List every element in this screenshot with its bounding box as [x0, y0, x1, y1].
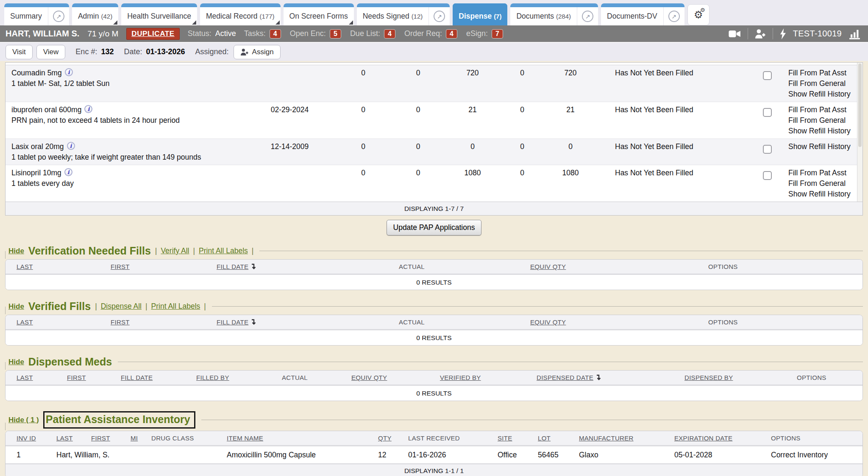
column-header-first[interactable]: FIRST	[64, 374, 117, 381]
print-all-labels-link[interactable]: Print All Labels	[151, 302, 200, 311]
show-refill-history-link[interactable]: Show Refill History	[788, 141, 862, 152]
fill-from-pat-asst-link[interactable]: Fill From Pat Asst	[788, 168, 862, 178]
tab-summary[interactable]: Summary↗	[4, 3, 69, 25]
lightning-icon[interactable]	[779, 28, 787, 39]
medication-name: ibuprofen oral 600mg	[11, 105, 81, 114]
info-icon[interactable]: i	[65, 68, 73, 76]
section-rule	[201, 420, 863, 420]
show-refill-history-link[interactable]: Show Refill History	[788, 89, 862, 100]
medication-table-scrollbar[interactable]	[857, 63, 862, 202]
row-checkbox[interactable]	[763, 145, 772, 154]
column-header-manufacturer[interactable]: MANUFACTURER	[576, 434, 671, 442]
tab-health-surveillance[interactable]: Health Surveillance	[121, 3, 197, 25]
counter-badge[interactable]: 4	[384, 29, 395, 39]
section-patient-assistance-inventory: Hide ( 1 ) Patient Assistance Inventory …	[5, 411, 863, 476]
column-header-label: ACTUAL	[282, 374, 308, 381]
enc-number-label: Enc #:	[75, 47, 97, 56]
counter-badge[interactable]: 5	[330, 29, 341, 39]
tab-label: On Screen Forms	[284, 7, 354, 25]
tab-on-screen-forms[interactable]: On Screen Forms	[284, 3, 354, 25]
lot-cell: 56465	[534, 451, 576, 459]
show-refill-history-link[interactable]: Show Refill History	[788, 126, 862, 136]
correct-inventory-link[interactable]: Correct Inventory	[768, 451, 862, 459]
column-header-expiration-date[interactable]: EXPIRATION DATE	[671, 434, 768, 442]
video-camera-icon[interactable]	[728, 29, 741, 39]
tab-accent-strip	[4, 3, 69, 7]
show-refill-history-link[interactable]: Show Refill History	[788, 189, 862, 199]
qty-cell: 0	[390, 165, 446, 202]
column-header-label: EQUIV QTY	[530, 318, 566, 326]
counter-label: Open Enc:	[290, 29, 326, 38]
fill-from-general-link[interactable]: Fill From General	[788, 78, 862, 89]
visit-button[interactable]: Visit	[6, 45, 33, 59]
column-header-item-name[interactable]: ITEM NAME	[223, 434, 375, 442]
column-header-last[interactable]: LAST	[53, 434, 88, 442]
counter-badge[interactable]: 7	[492, 29, 503, 39]
column-header-inv-id[interactable]: INV ID	[6, 434, 53, 442]
settings-gear-button[interactable]: ⚙ ⚙	[687, 4, 709, 25]
print-all-labels-link[interactable]: Print All Labels	[199, 246, 248, 255]
medication-name-cell: Lisinopril 10mgi1 tablets every day	[6, 165, 243, 202]
row-checkbox[interactable]	[763, 108, 772, 117]
hide-inventory-link[interactable]: Hide ( 1 )	[8, 416, 39, 424]
column-header-first[interactable]: FIRST	[107, 263, 213, 270]
column-header-mi[interactable]: MI	[127, 434, 148, 442]
column-header-fill-date[interactable]: FILL DATE	[213, 263, 395, 271]
column-header-fill-date[interactable]: FILL DATE	[213, 318, 395, 326]
qty-cell: 0	[337, 65, 390, 102]
info-icon[interactable]: i	[84, 105, 92, 113]
duplicate-badge[interactable]: DUPLICATE	[126, 28, 179, 40]
fill-from-pat-asst-link[interactable]: Fill From Pat Asst	[788, 105, 862, 115]
fill-status-cell: Has Not Yet Been Filled	[595, 139, 752, 165]
column-header-verified-by[interactable]: VERIFIED BY	[437, 374, 533, 381]
hide-verification-link[interactable]: Hide	[8, 247, 24, 255]
tab-documents-dv[interactable]: Documents-DV↗	[601, 3, 684, 25]
column-header-qty[interactable]: QTY	[375, 434, 405, 442]
column-header-first[interactable]: FIRST	[107, 318, 213, 326]
hide-verified-link[interactable]: Hide	[8, 302, 24, 311]
open-in-new-icon[interactable]: ↗	[48, 7, 69, 25]
column-header-filled-by[interactable]: FILLED BY	[193, 374, 278, 381]
dispense-all-link[interactable]: Dispense All	[101, 302, 142, 311]
column-header-first[interactable]: FIRST	[88, 434, 127, 442]
counter-badge[interactable]: 4	[270, 29, 281, 39]
fill-from-general-link[interactable]: Fill From General	[788, 178, 862, 189]
tab-accent-strip	[510, 3, 598, 7]
update-pap-applications-button[interactable]: Update PAP Applications	[387, 220, 482, 235]
column-header-fill-date[interactable]: FILL DATE	[117, 374, 193, 381]
column-header-dispensed-date[interactable]: DISPENSED DATE	[533, 374, 681, 382]
column-header-site[interactable]: SITE	[494, 434, 534, 442]
column-header-equiv-qty[interactable]: EQUIV QTY	[348, 374, 437, 381]
counter-badge[interactable]: 4	[446, 29, 457, 39]
tab-medical-record[interactable]: Medical Record(177)	[200, 3, 281, 25]
fill-from-general-link[interactable]: Fill From General	[788, 115, 862, 126]
info-icon[interactable]: i	[64, 168, 72, 176]
fill-from-pat-asst-link[interactable]: Fill From Pat Asst	[788, 68, 862, 78]
view-button[interactable]: View	[36, 45, 66, 59]
tab-dispense[interactable]: Dispense(7)	[453, 3, 507, 25]
section-dispensed-meds: Hide Dispensed Meds LASTFIRSTFILL DATEFI…	[5, 356, 863, 401]
open-in-new-icon[interactable]: ↗	[577, 7, 598, 25]
qty-cell: 0	[446, 139, 499, 165]
column-header-last[interactable]: LAST	[6, 263, 107, 270]
column-header-dispensed-by[interactable]: DISPENSED BY	[681, 374, 793, 381]
assign-button[interactable]: Assign	[234, 45, 281, 59]
tab-needs-signed[interactable]: Needs Signed(12)↗	[357, 3, 450, 25]
hide-dispensed-link[interactable]: Hide	[8, 358, 24, 366]
column-header-last[interactable]: LAST	[6, 318, 107, 326]
open-in-new-icon[interactable]: ↗	[663, 7, 684, 25]
chart-icon[interactable]	[848, 28, 861, 39]
add-person-icon[interactable]	[754, 29, 766, 39]
column-header-equiv-qty[interactable]: EQUIV QTY	[527, 263, 705, 270]
row-checkbox[interactable]	[763, 171, 772, 180]
column-header-last[interactable]: LAST	[6, 374, 64, 381]
column-header-lot[interactable]: LOT	[534, 434, 576, 442]
open-in-new-icon[interactable]: ↗	[428, 7, 450, 25]
tab-admin[interactable]: Admin(42)	[72, 3, 118, 25]
tab-documents[interactable]: Documents(284)↗	[510, 3, 598, 25]
info-icon[interactable]: i	[67, 142, 75, 150]
column-header-equiv-qty[interactable]: EQUIV QTY	[527, 318, 705, 326]
table-header-row: LASTFIRSTFILL DATEACTUALEQUIV QTYOPTIONS	[6, 260, 862, 275]
verify-all-link[interactable]: Verify All	[161, 246, 189, 255]
row-checkbox[interactable]	[763, 71, 772, 80]
